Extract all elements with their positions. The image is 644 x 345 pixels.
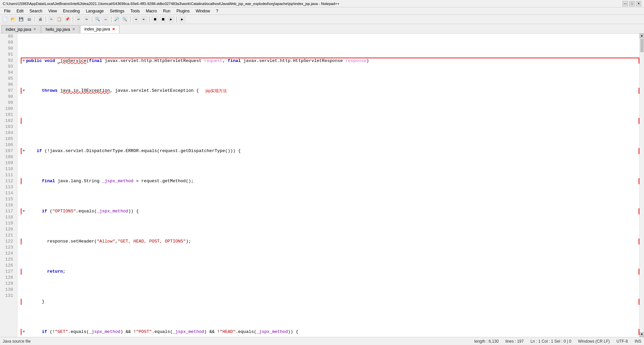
copy-button[interactable]: 📋 xyxy=(56,16,63,23)
close-button[interactable]: ✕ xyxy=(636,1,641,6)
menu-language[interactable]: Language xyxy=(83,8,106,14)
save-all-button[interactable]: 🗂 xyxy=(25,16,33,23)
toolbar-sep-5 xyxy=(111,16,111,22)
fold-89[interactable]: ▼ xyxy=(21,88,26,94)
toolbar-sep-2 xyxy=(46,16,46,22)
line-num-98: 98 xyxy=(3,94,14,100)
line-num-126: 126 xyxy=(3,263,14,269)
macro-stop-button[interactable]: ⏹ xyxy=(159,16,167,23)
menu-search[interactable]: Search xyxy=(27,8,45,14)
find-button[interactable]: 🔍 xyxy=(94,16,101,23)
toolbar-sep-7 xyxy=(149,16,150,22)
tabs-bar: index_jsp.java ✕ hello_jsp.java ✕ index_… xyxy=(0,24,644,33)
zoom-out-button[interactable]: 🔍 xyxy=(121,16,128,23)
code-text-90 xyxy=(26,118,29,124)
title-bar: C:\Users\15983\AppData\Local\JetBrains\I… xyxy=(0,0,644,7)
tab-close-2[interactable]: ✕ xyxy=(72,27,75,31)
menu-plugins[interactable]: Plugins xyxy=(174,8,192,14)
open-file-button[interactable]: 📂 xyxy=(9,16,17,23)
zoom-in-button[interactable]: 🔎 xyxy=(113,16,120,23)
line-num-102: 102 xyxy=(3,118,14,124)
new-file-button[interactable]: 📄 xyxy=(1,16,9,23)
line-num-92: 92 xyxy=(3,58,14,64)
unindent-button[interactable]: ⇤ xyxy=(140,16,148,23)
line-num-91: 91 xyxy=(3,52,14,58)
tab-close-3[interactable]: ✕ xyxy=(112,27,115,31)
code-text-95: return; xyxy=(26,269,65,275)
status-length: length : 6,130 xyxy=(474,339,499,344)
minimize-button[interactable]: — xyxy=(623,1,628,6)
line-num-109: 109 xyxy=(3,160,14,166)
line-num-124: 124 xyxy=(3,251,14,257)
fold-97[interactable]: ▼ xyxy=(21,329,26,335)
line-num-116: 116 xyxy=(3,202,14,208)
menu-file[interactable]: File xyxy=(1,8,13,14)
menu-encoding[interactable]: Encoding xyxy=(60,8,83,14)
indent-button[interactable]: ⇥ xyxy=(132,16,140,23)
line-num-125: 125 xyxy=(3,257,14,263)
scroll-track[interactable] xyxy=(640,38,644,332)
toolbar-sep-3 xyxy=(73,16,73,22)
line-num-115: 115 xyxy=(3,196,14,202)
scroll-up-button[interactable]: ▲ xyxy=(640,33,644,38)
menu-window[interactable]: Window xyxy=(193,8,213,14)
replace-button[interactable]: ↔ xyxy=(102,16,109,23)
line-num-122: 122 xyxy=(3,238,14,245)
code-text-97: if (!"GET".equals(_jspx_method) && !"POS… xyxy=(26,329,298,335)
macro-play-button[interactable]: ▶ xyxy=(167,16,175,23)
code-text-88: public void _jspService(final javax.serv… xyxy=(26,58,369,64)
menu-run[interactable]: Run xyxy=(160,8,173,14)
menu-tools[interactable]: Tools xyxy=(128,8,143,14)
menu-edit[interactable]: Edit xyxy=(14,8,26,14)
code-text-96: } xyxy=(26,299,45,305)
status-lines: lines : 197 xyxy=(505,339,524,344)
scroll-down-button[interactable]: ▼ xyxy=(640,332,644,337)
status-line-ending: Windows (CR LF) xyxy=(578,339,610,344)
maximize-button[interactable]: □ xyxy=(629,1,635,6)
print-button[interactable]: 🖨 xyxy=(37,16,44,23)
line-num-88: 88 xyxy=(3,33,14,40)
fold-88[interactable]: ▼ xyxy=(21,58,26,64)
tab-hello-jsp[interactable]: hello_jsp.java ✕ xyxy=(41,25,79,33)
line-num-106: 106 xyxy=(3,142,14,148)
code-text-91: if (!javax.servlet.DispatcherType.ERROR.… xyxy=(26,148,241,154)
line-num-95: 95 xyxy=(3,76,14,82)
menu-help[interactable]: ? xyxy=(213,8,221,14)
line-num-107: 107 xyxy=(3,148,14,154)
paste-button[interactable]: 📌 xyxy=(64,16,71,23)
menu-settings[interactable]: Settings xyxy=(107,8,127,14)
redo-button[interactable]: ↪ xyxy=(83,16,90,23)
fold-93[interactable]: ▼ xyxy=(21,208,26,214)
menu-view[interactable]: View xyxy=(46,8,60,14)
menu-macro[interactable]: Macro xyxy=(143,8,160,14)
fold-91[interactable]: ▼ xyxy=(21,148,26,154)
line-num-100: 100 xyxy=(3,106,14,112)
tab-close-1[interactable]: ✕ xyxy=(33,27,36,31)
line-num-130: 130 xyxy=(3,287,14,293)
code-text-94: response.setHeader("Allow","GET, HEAD, P… xyxy=(26,238,191,245)
line-num-128: 128 xyxy=(3,275,14,281)
undo-button[interactable]: ↩ xyxy=(75,16,82,23)
macro-record-button[interactable]: ⏺ xyxy=(151,16,159,23)
line-num-104: 104 xyxy=(3,130,14,136)
code-editor[interactable]: 88 89 90 91 92 93 94 95 96 97 98 99 100 … xyxy=(0,33,644,337)
cut-button[interactable]: ✂ xyxy=(48,16,55,23)
code-content[interactable]: ▼ public void _jspService(final javax.se… xyxy=(17,33,639,337)
line-num-101: 101 xyxy=(3,112,14,118)
run-button[interactable]: ▶ xyxy=(178,16,186,23)
scroll-thumb[interactable] xyxy=(640,39,644,52)
status-ins-mode: INS xyxy=(635,339,641,344)
line-num-110: 110 xyxy=(3,166,14,172)
vertical-scrollbar[interactable]: ▲ ▼ xyxy=(639,33,644,337)
menu-bar: File Edit Search View Encoding Language … xyxy=(0,7,644,15)
status-right: length : 6,130 lines : 197 Ln : 1 Col : … xyxy=(474,339,641,344)
line-num-96: 96 xyxy=(3,82,14,88)
tab-index-jsp-2[interactable]: index_jsp.java ✕ xyxy=(80,25,119,33)
toolbar-sep-6 xyxy=(130,16,130,22)
line-num-112: 112 xyxy=(3,178,14,184)
toolbar-sep-1 xyxy=(35,16,35,22)
tab-index-jsp-1[interactable]: index_jsp.java ✕ xyxy=(1,25,41,33)
code-line-94: response.setHeader("Allow","GET, HEAD, P… xyxy=(21,238,639,245)
save-button[interactable]: 💾 xyxy=(17,16,25,23)
code-line-88: ▼ public void _jspService(final javax.se… xyxy=(21,58,639,64)
